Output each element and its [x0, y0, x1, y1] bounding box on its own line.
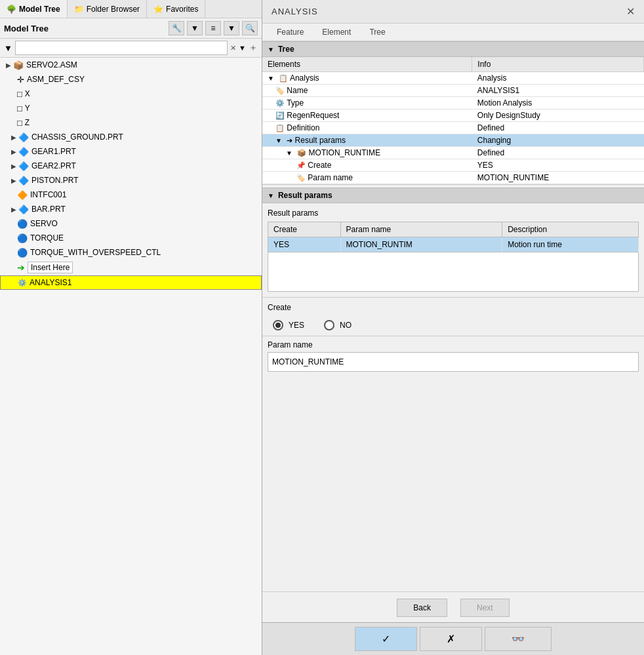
- tree-item-torque[interactable]: 🔵 TORQUE: [0, 231, 262, 245]
- expand-chassis[interactable]: ▶: [9, 132, 18, 142]
- dropdown-button[interactable]: ▼: [187, 21, 203, 35]
- close-button[interactable]: ✕: [626, 5, 635, 18]
- tree-item-asmdefcsy[interactable]: ✛ ASM_DEF_CSY: [0, 72, 262, 87]
- bottom-buttons: Back Next: [262, 591, 644, 622]
- filter-button[interactable]: 🔍: [242, 21, 258, 35]
- tree-row-regenrequest[interactable]: 🔄 RegenRequest Only DesignStudy: [262, 109, 644, 122]
- definition-row-icon: 📋: [275, 124, 285, 132]
- expand-motion-runtime[interactable]: ▼: [286, 149, 292, 157]
- left-panel: 🌳 Model Tree 📁 Folder Browser ⭐ Favorite…: [0, 0, 262, 655]
- tree-item-bar[interactable]: ▶ 🔷 BAR.PRT: [0, 202, 262, 216]
- tab-favorites[interactable]: ⭐ Favorites: [147, 0, 205, 18]
- tree-item-intfc001[interactable]: 🔶 INTFC001: [0, 188, 262, 202]
- list-dropdown-button[interactable]: ▼: [224, 21, 239, 35]
- back-button[interactable]: Back: [397, 599, 447, 617]
- tree-item-y[interactable]: □ Y: [0, 101, 262, 115]
- bar-label: BAR.PRT: [31, 205, 66, 214]
- gear1-icon: 🔷: [18, 147, 29, 157]
- folder-icon: 📁: [74, 5, 84, 14]
- clear-search-icon[interactable]: ✕: [230, 44, 236, 52]
- tree-table-container: Elements Info ▼ 📋 Analysis Analysis: [262, 57, 644, 185]
- tree-table: Elements Info ▼ 📋 Analysis Analysis: [262, 57, 644, 184]
- tab-folder-browser[interactable]: 📁 Folder Browser: [68, 0, 147, 18]
- tree-item-analysis1[interactable]: ⚙️ ANALYSIS1: [0, 275, 262, 290]
- radio-yes-label: YES: [289, 321, 304, 330]
- type-row-element: Type: [287, 98, 304, 108]
- toolbar-icons: 🔧 ▼ ≡ ▼ 🔍: [169, 21, 258, 35]
- motion-runtime-icon: 📦: [297, 149, 306, 157]
- tab-tree[interactable]: Tree: [360, 24, 394, 41]
- insert-here-label: Insert Here: [28, 262, 73, 273]
- radio-no-circle[interactable]: [324, 320, 334, 330]
- tree-item-x[interactable]: □ X: [0, 87, 262, 101]
- tab-feature[interactable]: Feature: [268, 24, 313, 41]
- add-icon[interactable]: ＋: [249, 42, 258, 54]
- servo-label: SERVO: [30, 219, 58, 228]
- regen-row-element: RegenRequest: [287, 111, 339, 120]
- servo-icon: 🔵: [17, 219, 28, 229]
- list-button[interactable]: ≡: [205, 21, 221, 35]
- param-name-section: Param name: [262, 336, 644, 376]
- tree-item-servo[interactable]: 🔵 SERVO: [0, 216, 262, 231]
- expand-gear2[interactable]: ▶: [9, 161, 18, 170]
- preview-button[interactable]: 👓: [485, 627, 552, 651]
- filter-icon[interactable]: ▼: [4, 43, 12, 53]
- tree-item-chassis[interactable]: ▶ 🔷 CHASSIS_GROUND.PRT: [0, 130, 262, 144]
- tree-item-piston[interactable]: ▶ 🔷 PISTON.PRT: [0, 173, 262, 188]
- tree-item-torque-overspeed[interactable]: 🔵 TORQUE_WITH_OVERSPEED_CTL: [0, 245, 262, 260]
- tree-row-name[interactable]: 🏷️ Name ANALYSIS1: [262, 85, 644, 97]
- tree-row-param-name[interactable]: 🏷️ Param name MOTION_RUNTIME: [262, 172, 644, 184]
- tree-row-create[interactable]: 📌 Create YES: [262, 159, 644, 172]
- analysis1-label: ANALYSIS1: [30, 278, 71, 287]
- tree-row-definition[interactable]: 📋 Definition Defined: [262, 122, 644, 134]
- name-row-info: ANALYSIS1: [472, 85, 644, 97]
- result-params-toggle[interactable]: ▼: [268, 192, 274, 199]
- search-down-icon[interactable]: ▼: [239, 44, 246, 52]
- tree-item-servo2[interactable]: ▶ 📦 SERVO2.ASM: [0, 58, 262, 72]
- tree-item-gear1[interactable]: ▶ 🔷 GEAR1.PRT: [0, 144, 262, 159]
- ok-button[interactable]: ✓: [355, 627, 417, 651]
- param-name-row-info: MOTION_RUNTIME: [472, 172, 644, 184]
- tree-section-toggle[interactable]: ▼: [268, 46, 274, 53]
- params-table-body: YES MOTION_RUNTIM Motion run time: [268, 237, 639, 252]
- expand-analysis[interactable]: ▼: [268, 75, 274, 82]
- y-label: Y: [25, 104, 30, 113]
- expand-bar[interactable]: ▶: [9, 205, 18, 214]
- expand-gear1[interactable]: ▶: [9, 147, 18, 156]
- params-table: Create Param name Description YES MOTION…: [268, 222, 639, 252]
- cancel-button[interactable]: ✗: [420, 627, 482, 651]
- search-input[interactable]: [15, 41, 228, 55]
- settings-button[interactable]: 🔧: [169, 21, 184, 35]
- expand-servo2[interactable]: ▶: [4, 60, 13, 69]
- tree-row-analysis[interactable]: ▼ 📋 Analysis Analysis: [262, 72, 644, 85]
- expand-result-params[interactable]: ▼: [275, 137, 282, 144]
- insert-arrow-icon: ➔: [17, 262, 25, 273]
- expand-piston[interactable]: ▶: [9, 176, 18, 185]
- tree-row-result-params[interactable]: ▼ ➔ Result params Changing: [262, 134, 644, 147]
- gear1-label: GEAR1.PRT: [31, 147, 76, 156]
- spacer: [262, 376, 644, 591]
- analysis-row-element: Analysis: [290, 73, 319, 83]
- radio-group: YES NO: [268, 317, 639, 333]
- radio-no-option[interactable]: NO: [324, 320, 352, 330]
- tab-element[interactable]: Element: [313, 24, 360, 41]
- col-elements: Elements: [262, 57, 472, 72]
- piston-icon: 🔷: [18, 176, 29, 186]
- tree-row-motion-runtime[interactable]: ▼ 📦 MOTION_RUNTIME Defined: [262, 147, 644, 159]
- tree-row-type[interactable]: ⚙️ Type Motion Analysis: [262, 97, 644, 109]
- radio-no-label: NO: [340, 321, 352, 330]
- col-create: Create: [268, 222, 341, 237]
- radio-yes-option[interactable]: YES: [273, 320, 304, 330]
- tab-model-tree[interactable]: 🌳 Model Tree: [0, 0, 68, 18]
- param-name-input[interactable]: [268, 352, 639, 372]
- tree-section-header: ▼ Tree: [262, 41, 644, 57]
- intfc001-label: INTFC001: [30, 190, 66, 199]
- radio-yes-circle[interactable]: [273, 320, 283, 330]
- tree-toolbar: Model Tree 🔧 ▼ ≡ ▼ 🔍: [0, 18, 262, 39]
- tree-item-z[interactable]: □ Z: [0, 115, 262, 130]
- result-params-row-icon: ➔: [287, 136, 292, 144]
- tree-section-label: Tree: [278, 45, 294, 54]
- next-button[interactable]: Next: [460, 599, 510, 617]
- tree-item-gear2[interactable]: ▶ 🔷 GEAR2.PRT: [0, 159, 262, 173]
- params-row-1[interactable]: YES MOTION_RUNTIM Motion run time: [268, 237, 639, 252]
